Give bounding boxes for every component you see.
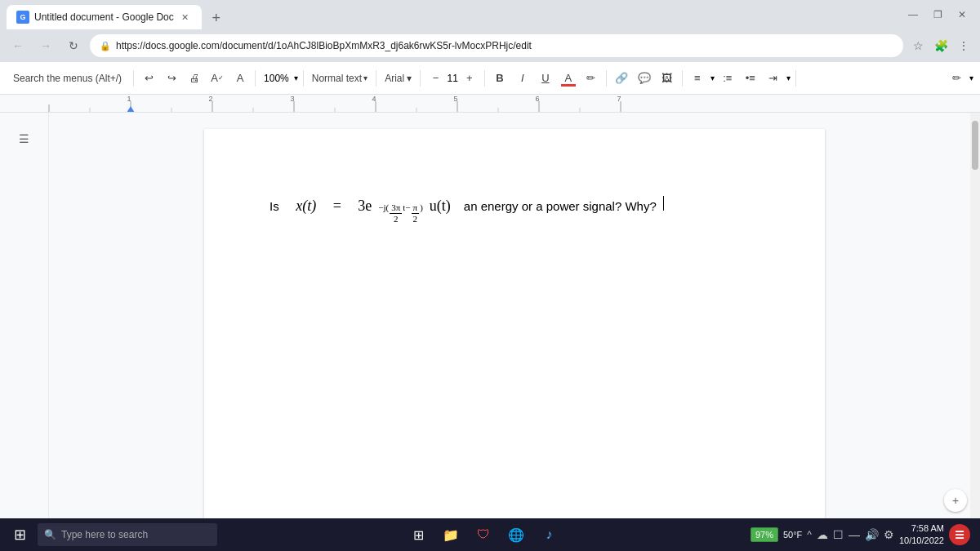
underline-button[interactable]: U — [536, 69, 555, 88]
lock-icon: 🔒 — [100, 41, 111, 51]
bookmark-icon[interactable]: ☆ — [908, 36, 928, 56]
text-color-button[interactable]: A — [559, 69, 578, 88]
scroll-thumb[interactable] — [972, 121, 978, 170]
font-select[interactable]: Arial ▾ — [381, 71, 415, 86]
align-caret[interactable]: ▾ — [710, 73, 715, 82]
ruler: 1 2 3 4 5 6 7 — [0, 95, 980, 113]
zoom-caret[interactable]: ▾ — [294, 73, 298, 82]
unit-step: u(t) — [430, 194, 451, 218]
close-button[interactable]: ✕ — [951, 3, 973, 26]
italic-button[interactable]: I — [513, 69, 532, 88]
image-button[interactable]: 🖼 — [657, 69, 677, 88]
variable-xt: x(t) — [296, 194, 316, 218]
toolbar-separator-5 — [420, 70, 421, 87]
back-button[interactable]: ← — [7, 34, 29, 57]
maximize-button[interactable]: ❐ — [926, 3, 949, 26]
font-size-value[interactable]: 11 — [447, 73, 457, 84]
more-button[interactable]: ✏ — [947, 69, 966, 88]
page-content[interactable]: Is x(t) = 3e −j( 3π 2 t− π 2 — [270, 194, 760, 224]
font-size-minus[interactable]: − — [425, 69, 445, 88]
toolbar-separator-4 — [376, 70, 376, 87]
numbered-list-button[interactable]: :≡ — [718, 69, 737, 88]
ruler-content: 1 2 3 4 5 6 7 — [0, 95, 980, 112]
paragraph-style-select[interactable]: Normal text ▾ — [309, 71, 371, 86]
indent-caret[interactable]: ▾ — [786, 73, 791, 82]
comment-button[interactable]: 💬 — [635, 69, 654, 88]
taskbar-clock[interactable]: 7:58 AM 10/10/2022 — [899, 522, 944, 548]
taskbar-minimize-icon[interactable]: — — [849, 528, 860, 541]
start-icon: ⊞ — [14, 526, 26, 544]
font-size-plus[interactable]: + — [460, 69, 479, 88]
highlight-button[interactable]: ✏ — [581, 69, 601, 88]
taskbar-search-icon: 🔍 — [44, 529, 56, 540]
taskbar-expand-icon[interactable]: ^ — [807, 529, 812, 540]
print-button[interactable]: 🖨 — [185, 69, 204, 88]
taskbar-app-taskview[interactable]: ⊞ — [403, 520, 433, 549]
bullet-list-button[interactable]: •≡ — [741, 69, 760, 88]
taskbar-search-box[interactable]: 🔍 Type here to search — [38, 523, 217, 546]
vertical-scrollbar[interactable] — [970, 113, 980, 518]
taskbar-app-media[interactable]: ♪ — [534, 520, 564, 549]
taskbar-volume-icon[interactable]: 🔊 — [865, 528, 879, 541]
taskbar-network-icon[interactable]: ⚙ — [884, 528, 894, 541]
taskbar-date-value: 10/10/2022 — [899, 535, 944, 547]
sidebar-icon-list[interactable]: ☰ — [15, 129, 34, 149]
math-equation-line: Is x(t) = 3e −j( 3π 2 t− π 2 — [270, 194, 760, 224]
taskbar-system-area: 97% 50°F ^ ☁ ☐ — 🔊 ⚙ 7:58 AM 10/10/2022 … — [751, 522, 977, 548]
refresh-button[interactable]: ↻ — [62, 34, 85, 57]
address-bar-icons: ☆ 🧩 ⋮ — [908, 36, 973, 56]
left-sidebar: ☰ — [0, 113, 49, 518]
taskbar-profile-icon[interactable]: ☰ — [949, 524, 970, 545]
editing-caret[interactable]: ▾ — [969, 73, 973, 82]
toolbar-separator-6 — [484, 70, 485, 87]
tab-close-button[interactable]: ✕ — [179, 11, 192, 24]
taskbar: ⊞ 🔍 Type here to search ⊞ 📁 🛡 🌐 ♪ 97% 50… — [0, 518, 980, 551]
svg-text:1: 1 — [127, 95, 131, 103]
taskbar-app-chrome[interactable]: 🌐 — [501, 520, 531, 549]
document-area[interactable]: Is x(t) = 3e −j( 3π 2 t− π 2 — [49, 113, 980, 518]
taskbar-app-explorer[interactable]: 📁 — [436, 520, 466, 549]
forward-button[interactable]: → — [34, 34, 57, 57]
redo-button[interactable]: ↪ — [162, 69, 181, 88]
docs-toolbar: Search the menus (Alt+/) ↩ ↪ 🖨 A✓ A 100%… — [0, 62, 980, 95]
taskbar-notification-icon[interactable]: ☐ — [833, 528, 844, 541]
spellcheck-button[interactable]: A✓ — [207, 69, 227, 88]
svg-text:4: 4 — [372, 95, 376, 103]
active-tab[interactable]: G Untitled document - Google Doc ✕ — [7, 5, 202, 29]
tab-title: Untitled document - Google Doc — [34, 11, 174, 23]
toolbar-separator-9 — [795, 70, 796, 87]
zoom-fab-button[interactable]: + — [944, 489, 967, 512]
battery-percentage: 97% — [751, 527, 778, 542]
start-button[interactable]: ⊞ — [3, 520, 36, 549]
document-page: Is x(t) = 3e −j( 3π 2 t− π 2 — [204, 129, 825, 518]
exponent: −j( 3π 2 t− π 2 ) — [378, 201, 423, 224]
new-tab-button[interactable]: + — [205, 7, 228, 29]
taskbar-app-antivirus[interactable]: 🛡 — [469, 520, 498, 549]
url-bar[interactable]: 🔒 https://docs.google.com/document/d/1oA… — [90, 34, 903, 57]
address-bar: ← → ↻ 🔒 https://docs.google.com/document… — [0, 29, 980, 62]
link-button[interactable]: 🔗 — [612, 69, 631, 88]
text-cursor — [663, 196, 664, 211]
svg-text:6: 6 — [535, 95, 539, 103]
search-menus-button[interactable]: Search the menus (Alt+/) — [7, 68, 128, 89]
taskbar-search-placeholder: Type here to search — [61, 529, 148, 540]
window-controls: — ❐ ✕ — [902, 3, 973, 26]
zoom-value[interactable]: 100% — [261, 73, 292, 84]
rest-of-line: an energy or a power signal? Why? — [464, 197, 657, 216]
fraction-1: 3π 2 — [390, 202, 402, 224]
taskbar-time-value: 7:58 AM — [899, 522, 944, 535]
bold-button[interactable]: B — [490, 69, 510, 88]
paintformat-button[interactable]: A — [230, 69, 250, 88]
undo-button[interactable]: ↩ — [139, 69, 158, 88]
taskbar-app-icons: ⊞ 📁 🛡 🌐 ♪ — [219, 520, 749, 549]
equals-sign: = — [333, 194, 341, 218]
extension-icon[interactable]: 🧩 — [931, 36, 951, 56]
font-size-group: − 11 + — [425, 69, 479, 88]
menu-icon[interactable]: ⋮ — [954, 36, 973, 56]
indent-button[interactable]: ⇥ — [764, 69, 783, 88]
style-caret: ▾ — [363, 73, 368, 82]
toolbar-separator-3 — [303, 70, 304, 87]
minimize-button[interactable]: — — [902, 3, 924, 26]
toolbar-separator-7 — [606, 70, 607, 87]
align-button[interactable]: ≡ — [688, 69, 707, 88]
